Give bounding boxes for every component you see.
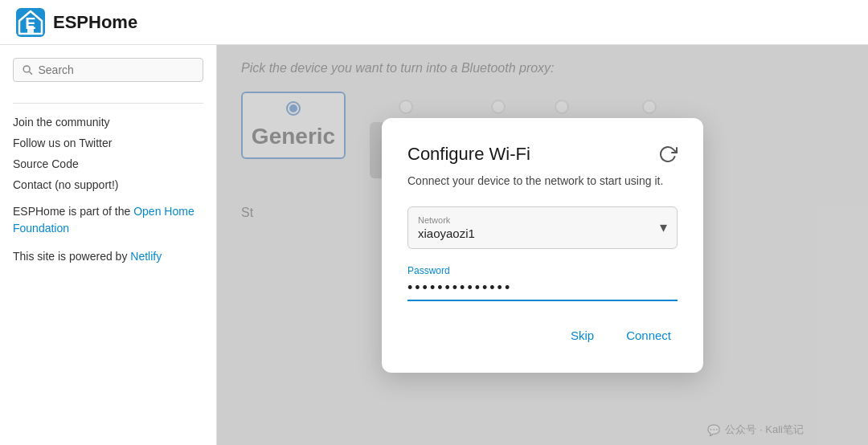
network-label: Network <box>418 215 660 225</box>
netlify-link[interactable]: Netlify <box>130 250 162 263</box>
search-input[interactable] <box>38 63 194 76</box>
modal-actions: Skip Connect <box>407 324 678 347</box>
sidebar: Join the community Follow us on Twitter … <box>0 45 217 445</box>
network-field-group[interactable]: Network xiaoyaozi1 ▾ <box>407 206 678 249</box>
sidebar-divider <box>13 103 203 104</box>
modal-overlay: Configure Wi-Fi Connect your device to t… <box>217 45 868 445</box>
refresh-icon[interactable] <box>658 145 678 164</box>
modal-title: Configure Wi-Fi <box>407 144 530 165</box>
app-title: ESPHome <box>53 12 137 33</box>
connect-button[interactable]: Connect <box>620 324 678 347</box>
svg-point-4 <box>23 66 30 72</box>
network-field-inner: Network xiaoyaozi1 <box>418 215 660 240</box>
sidebar-item-follow-twitter[interactable]: Follow us on Twitter <box>13 133 203 153</box>
main-layout: Join the community Follow us on Twitter … <box>0 45 868 445</box>
esphome-logo-icon: E <box>16 8 45 37</box>
sidebar-item-contact[interactable]: Contact (no support!) <box>13 174 203 195</box>
skip-button[interactable]: Skip <box>564 324 600 347</box>
password-label: Password <box>407 265 678 276</box>
sidebar-powered: This site is powered by Netlify <box>13 250 203 263</box>
network-dropdown-arrow[interactable]: ▾ <box>660 218 667 236</box>
sidebar-foundation-text: ESPHome is part of the Open Home Foundat… <box>13 203 203 237</box>
sidebar-item-join-community[interactable]: Join the community <box>13 112 203 133</box>
password-field-group: Password •••••••••••••• <box>407 262 678 301</box>
modal-header: Configure Wi-Fi <box>407 144 678 165</box>
topbar: E ESPHome <box>0 0 868 45</box>
logo-area: E ESPHome <box>16 8 137 37</box>
search-box[interactable] <box>13 58 203 82</box>
configure-wifi-modal: Configure Wi-Fi Connect your device to t… <box>382 118 703 373</box>
search-icon <box>22 63 33 76</box>
content-area: Pick the device you want to turn into a … <box>217 45 868 445</box>
svg-line-5 <box>29 71 32 75</box>
network-value: xiaoyaozi1 <box>418 227 660 240</box>
password-value[interactable]: •••••••••••••• <box>407 280 678 296</box>
modal-subtitle: Connect your device to the network to st… <box>407 174 678 187</box>
sidebar-item-source-code[interactable]: Source Code <box>13 153 203 174</box>
svg-rect-3 <box>27 26 34 34</box>
